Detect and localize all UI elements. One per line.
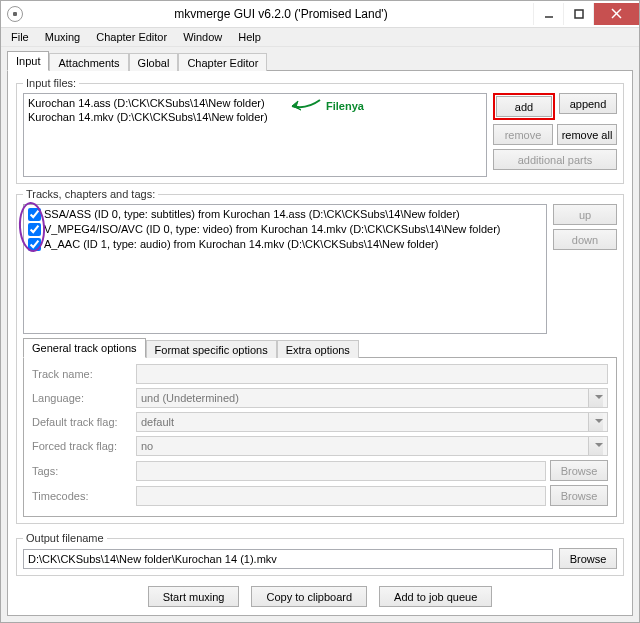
append-button[interactable]: append (559, 93, 617, 114)
track-checkbox[interactable] (28, 223, 41, 236)
tab-body: Input files: Kurochan 14.ass (D:\CK\CKSu… (7, 70, 633, 616)
input-file-buttons: add append remove remove all additional … (493, 93, 617, 177)
language-value: und (Undetermined) (141, 392, 239, 404)
app-icon (7, 6, 23, 22)
timecodes-input[interactable] (136, 486, 546, 506)
titlebar: mkvmerge GUI v6.2.0 ('Promised Land') (1, 1, 639, 28)
default-flag-value: default (141, 416, 174, 428)
menu-file[interactable]: File (5, 29, 35, 45)
input-files-group: Input files: Kurochan 14.ass (D:\CK\CKSu… (16, 77, 624, 184)
default-flag-label: Default track flag: (32, 416, 132, 428)
maximize-button[interactable] (563, 3, 593, 25)
subtab-general[interactable]: General track options (23, 338, 146, 358)
language-dropdown[interactable]: und (Undetermined) (136, 388, 608, 408)
track-name-input[interactable] (136, 364, 608, 384)
menubar: File Muxing Chapter Editor Window Help (1, 28, 639, 47)
action-row: Start muxing Copy to clipboard Add to jo… (16, 580, 624, 609)
language-label: Language: (32, 392, 132, 404)
subtab-body: Track name: Language: und (Undetermined)… (23, 357, 617, 517)
track-label: A_AAC (ID 1, type: audio) from Kurochan … (44, 237, 438, 252)
add-highlight-box: add (493, 93, 555, 120)
track-label: SSA/ASS (ID 0, type: subtitles) from Kur… (44, 207, 460, 222)
track-row[interactable]: A_AAC (ID 1, type: audio) from Kurochan … (28, 237, 542, 252)
tracks-legend: Tracks, chapters and tags: (23, 188, 158, 200)
copy-clipboard-button[interactable]: Copy to clipboard (251, 586, 367, 607)
tags-input[interactable] (136, 461, 546, 481)
window-controls (533, 3, 639, 25)
add-queue-button[interactable]: Add to job queue (379, 586, 492, 607)
main-area: Input Attachments Global Chapter Editor … (1, 47, 639, 622)
tab-global[interactable]: Global (129, 53, 179, 71)
subtab-extra[interactable]: Extra options (277, 340, 359, 358)
track-checkbox[interactable] (28, 238, 41, 251)
app-window: mkvmerge GUI v6.2.0 ('Promised Land') Fi… (0, 0, 640, 623)
start-muxing-button[interactable]: Start muxing (148, 586, 240, 607)
main-tabs: Input Attachments Global Chapter Editor (7, 51, 633, 71)
track-row[interactable]: SSA/ASS (ID 0, type: subtitles) from Kur… (28, 207, 542, 222)
forced-flag-dropdown[interactable]: no (136, 436, 608, 456)
annotation-arrow: Filenya (286, 96, 364, 116)
remove-button[interactable]: remove (493, 124, 553, 145)
track-checkbox[interactable] (28, 208, 41, 221)
tab-input[interactable]: Input (7, 51, 49, 71)
forced-flag-label: Forced track flag: (32, 440, 132, 452)
forced-flag-value: no (141, 440, 153, 452)
annotation-label: Filenya (326, 99, 364, 113)
chevron-down-icon (595, 443, 603, 447)
track-row[interactable]: V_MPEG4/ISO/AVC (ID 0, type: video) from… (28, 222, 542, 237)
input-file-item[interactable]: Kurochan 14.mkv (D:\CK\CKSubs\14\New fol… (28, 110, 482, 124)
tracks-list[interactable]: SSA/ASS (ID 0, type: subtitles) from Kur… (23, 204, 547, 334)
track-name-label: Track name: (32, 368, 132, 380)
output-group: Output filename Browse (16, 532, 624, 576)
tags-browse-button[interactable]: Browse (550, 460, 608, 481)
input-file-item[interactable]: Kurochan 14.ass (D:\CK\CKSubs\14\New fol… (28, 96, 482, 110)
default-flag-dropdown[interactable]: default (136, 412, 608, 432)
close-button[interactable] (593, 3, 639, 25)
output-browse-button[interactable]: Browse (559, 548, 617, 569)
up-button[interactable]: up (553, 204, 617, 225)
input-files-legend: Input files: (23, 77, 79, 89)
input-files-list[interactable]: Kurochan 14.ass (D:\CK\CKSubs\14\New fol… (23, 93, 487, 177)
svg-rect-1 (575, 10, 583, 18)
chevron-down-icon (595, 419, 603, 423)
add-button[interactable]: add (496, 96, 552, 117)
menu-window[interactable]: Window (177, 29, 228, 45)
minimize-button[interactable] (533, 3, 563, 25)
chevron-down-icon (595, 395, 603, 399)
track-subtabs: General track options Format specific op… (23, 338, 617, 358)
track-label: V_MPEG4/ISO/AVC (ID 0, type: video) from… (44, 222, 500, 237)
menu-muxing[interactable]: Muxing (39, 29, 86, 45)
tab-chapter-editor[interactable]: Chapter Editor (178, 53, 267, 71)
remove-all-button[interactable]: remove all (557, 124, 617, 145)
subtab-format[interactable]: Format specific options (146, 340, 277, 358)
menu-chapter-editor[interactable]: Chapter Editor (90, 29, 173, 45)
tab-attachments[interactable]: Attachments (49, 53, 128, 71)
track-buttons: up down (553, 204, 617, 334)
additional-parts-button[interactable]: additional parts (493, 149, 617, 170)
output-legend: Output filename (23, 532, 107, 544)
timecodes-label: Timecodes: (32, 490, 132, 502)
window-title: mkvmerge GUI v6.2.0 ('Promised Land') (29, 7, 533, 21)
timecodes-browse-button[interactable]: Browse (550, 485, 608, 506)
menu-help[interactable]: Help (232, 29, 267, 45)
tags-label: Tags: (32, 465, 132, 477)
output-filename-input[interactable] (23, 549, 553, 569)
tracks-group: Tracks, chapters and tags: SSA/ASS (ID 0… (16, 188, 624, 524)
down-button[interactable]: down (553, 229, 617, 250)
